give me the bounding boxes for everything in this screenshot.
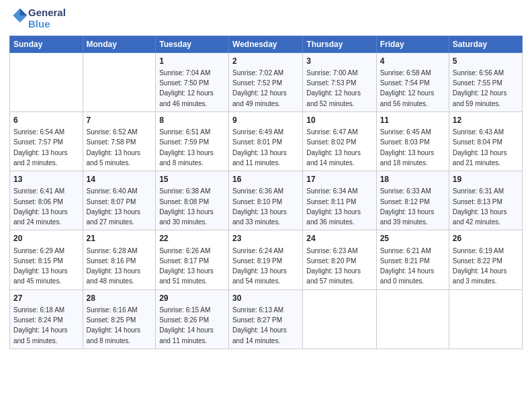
day-header-thursday: Thursday — [303, 36, 376, 52]
svg-marker-1 — [20, 9, 28, 16]
day-header-sunday: Sunday — [10, 36, 83, 52]
day-header-monday: Monday — [83, 36, 156, 52]
day-info: Sunrise: 6:49 AM Sunset: 8:01 PM Dayligh… — [232, 128, 287, 167]
day-cell: 30Sunrise: 6:13 AM Sunset: 8:27 PM Dayli… — [229, 289, 303, 349]
day-number: 14 — [87, 174, 152, 185]
day-number: 29 — [159, 293, 225, 304]
day-number: 9 — [232, 115, 299, 126]
day-cell — [83, 52, 156, 111]
day-cell: 2Sunrise: 7:02 AM Sunset: 7:52 PM Daylig… — [229, 52, 303, 111]
day-number: 22 — [159, 233, 225, 244]
week-row-1: 1Sunrise: 7:04 AM Sunset: 7:50 PM Daylig… — [10, 52, 523, 111]
day-info: Sunrise: 6:56 AM Sunset: 7:55 PM Dayligh… — [453, 69, 507, 107]
day-number: 26 — [453, 233, 519, 244]
day-number: 17 — [306, 174, 372, 185]
day-cell: 17Sunrise: 6:34 AM Sunset: 8:11 PM Dayli… — [303, 171, 376, 230]
day-number: 1 — [159, 56, 225, 67]
day-number: 3 — [306, 56, 372, 67]
day-number: 16 — [232, 174, 299, 185]
header-row: SundayMondayTuesdayWednesdayThursdayFrid… — [10, 36, 523, 52]
day-number: 30 — [232, 293, 299, 304]
day-cell: 5Sunrise: 6:56 AM Sunset: 7:55 PM Daylig… — [449, 52, 522, 111]
day-cell: 20Sunrise: 6:29 AM Sunset: 8:15 PM Dayli… — [10, 230, 83, 289]
day-info: Sunrise: 6:45 AM Sunset: 8:03 PM Dayligh… — [380, 128, 435, 167]
logo-text-blue: Blue — [28, 18, 66, 30]
day-info: Sunrise: 6:21 AM Sunset: 8:21 PM Dayligh… — [380, 247, 435, 285]
day-number: 19 — [453, 174, 519, 185]
day-number: 18 — [380, 174, 445, 185]
day-info: Sunrise: 6:16 AM Sunset: 8:25 PM Dayligh… — [87, 306, 141, 345]
week-row-5: 27Sunrise: 6:18 AM Sunset: 8:24 PM Dayli… — [10, 289, 523, 349]
day-header-wednesday: Wednesday — [229, 36, 303, 52]
logo-icon — [9, 6, 28, 25]
day-number: 20 — [13, 233, 79, 244]
day-number: 27 — [13, 293, 79, 304]
day-cell: 21Sunrise: 6:28 AM Sunset: 8:16 PM Dayli… — [83, 230, 156, 289]
day-info: Sunrise: 7:04 AM Sunset: 7:50 PM Dayligh… — [159, 69, 214, 107]
day-number: 23 — [232, 233, 299, 244]
day-info: Sunrise: 6:33 AM Sunset: 8:12 PM Dayligh… — [380, 187, 435, 226]
day-info: Sunrise: 6:38 AM Sunset: 8:08 PM Dayligh… — [159, 187, 214, 226]
day-number: 11 — [380, 115, 445, 126]
day-number: 24 — [306, 233, 372, 244]
day-cell: 19Sunrise: 6:31 AM Sunset: 8:13 PM Dayli… — [449, 171, 522, 230]
page-container: General Blue SundayMondayTuesdayWednesda… — [0, 0, 532, 356]
day-cell: 4Sunrise: 6:58 AM Sunset: 7:54 PM Daylig… — [376, 52, 449, 111]
day-info: Sunrise: 6:43 AM Sunset: 8:04 PM Dayligh… — [453, 128, 507, 167]
day-cell: 6Sunrise: 6:54 AM Sunset: 7:57 PM Daylig… — [10, 111, 83, 171]
day-info: Sunrise: 6:15 AM Sunset: 8:26 PM Dayligh… — [159, 306, 214, 345]
day-cell: 7Sunrise: 6:52 AM Sunset: 7:58 PM Daylig… — [83, 111, 156, 171]
day-header-tuesday: Tuesday — [156, 36, 229, 52]
day-number: 2 — [232, 56, 299, 67]
day-number: 7 — [87, 115, 152, 126]
day-cell: 29Sunrise: 6:15 AM Sunset: 8:26 PM Dayli… — [156, 289, 229, 349]
day-number: 13 — [13, 174, 79, 185]
day-info: Sunrise: 6:24 AM Sunset: 8:19 PM Dayligh… — [232, 247, 287, 285]
day-info: Sunrise: 6:58 AM Sunset: 7:54 PM Dayligh… — [380, 69, 435, 107]
day-number: 6 — [13, 115, 79, 126]
day-info: Sunrise: 6:31 AM Sunset: 8:13 PM Dayligh… — [453, 187, 507, 226]
day-info: Sunrise: 6:26 AM Sunset: 8:17 PM Dayligh… — [159, 247, 214, 285]
day-cell — [449, 289, 522, 349]
day-cell: 22Sunrise: 6:26 AM Sunset: 8:17 PM Dayli… — [156, 230, 229, 289]
week-row-3: 13Sunrise: 6:41 AM Sunset: 8:06 PM Dayli… — [10, 171, 523, 230]
day-number: 4 — [380, 56, 445, 67]
day-info: Sunrise: 6:41 AM Sunset: 8:06 PM Dayligh… — [13, 187, 68, 226]
day-cell: 25Sunrise: 6:21 AM Sunset: 8:21 PM Dayli… — [376, 230, 449, 289]
day-cell: 24Sunrise: 6:23 AM Sunset: 8:20 PM Dayli… — [303, 230, 376, 289]
day-cell: 23Sunrise: 6:24 AM Sunset: 8:19 PM Dayli… — [229, 230, 303, 289]
day-info: Sunrise: 6:34 AM Sunset: 8:11 PM Dayligh… — [306, 187, 361, 226]
day-cell: 16Sunrise: 6:36 AM Sunset: 8:10 PM Dayli… — [229, 171, 303, 230]
day-info: Sunrise: 7:00 AM Sunset: 7:53 PM Dayligh… — [306, 69, 361, 107]
day-number: 10 — [306, 115, 372, 126]
calendar-table: SundayMondayTuesdayWednesdayThursdayFrid… — [9, 36, 523, 349]
day-info: Sunrise: 6:18 AM Sunset: 8:24 PM Dayligh… — [13, 306, 68, 345]
day-cell: 26Sunrise: 6:19 AM Sunset: 8:22 PM Dayli… — [449, 230, 522, 289]
day-info: Sunrise: 6:51 AM Sunset: 7:59 PM Dayligh… — [159, 128, 214, 167]
day-cell: 3Sunrise: 7:00 AM Sunset: 7:53 PM Daylig… — [303, 52, 376, 111]
day-info: Sunrise: 6:40 AM Sunset: 8:07 PM Dayligh… — [87, 187, 141, 226]
day-cell: 18Sunrise: 6:33 AM Sunset: 8:12 PM Dayli… — [376, 171, 449, 230]
day-cell: 1Sunrise: 7:04 AM Sunset: 7:50 PM Daylig… — [156, 52, 229, 111]
day-info: Sunrise: 6:52 AM Sunset: 7:58 PM Dayligh… — [87, 128, 141, 167]
day-info: Sunrise: 6:23 AM Sunset: 8:20 PM Dayligh… — [306, 247, 361, 285]
day-cell: 11Sunrise: 6:45 AM Sunset: 8:03 PM Dayli… — [376, 111, 449, 171]
week-row-2: 6Sunrise: 6:54 AM Sunset: 7:57 PM Daylig… — [10, 111, 523, 171]
day-number: 5 — [453, 56, 519, 67]
day-cell — [376, 289, 449, 349]
day-info: Sunrise: 6:19 AM Sunset: 8:22 PM Dayligh… — [453, 247, 507, 285]
day-number: 12 — [453, 115, 519, 126]
day-cell — [303, 289, 376, 349]
day-cell: 8Sunrise: 6:51 AM Sunset: 7:59 PM Daylig… — [156, 111, 229, 171]
day-cell: 28Sunrise: 6:16 AM Sunset: 8:25 PM Dayli… — [83, 289, 156, 349]
day-info: Sunrise: 6:36 AM Sunset: 8:10 PM Dayligh… — [232, 187, 287, 226]
day-header-saturday: Saturday — [449, 36, 522, 52]
day-number: 15 — [159, 174, 225, 185]
day-cell: 13Sunrise: 6:41 AM Sunset: 8:06 PM Dayli… — [10, 171, 83, 230]
day-number: 25 — [380, 233, 445, 244]
day-info: Sunrise: 6:47 AM Sunset: 8:02 PM Dayligh… — [306, 128, 361, 167]
day-header-friday: Friday — [376, 36, 449, 52]
header: General Blue — [9, 7, 523, 30]
logo: General Blue — [9, 7, 66, 30]
logo-text-general: General — [28, 7, 66, 18]
